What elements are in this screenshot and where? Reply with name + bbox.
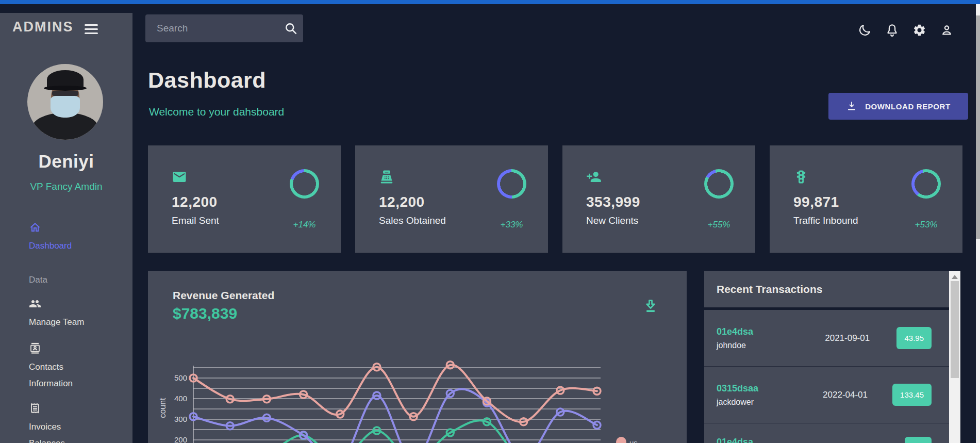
svg-text:200: 200 (174, 435, 187, 443)
download-report-button[interactable]: DOWNLOAD REPORT (828, 93, 968, 120)
transaction-amount-badge: 133.45 (892, 384, 932, 406)
receipt-icon (29, 402, 41, 415)
email-icon (172, 169, 187, 185)
person-icon (940, 23, 954, 37)
stat-increase: +14% (293, 220, 316, 230)
search-input[interactable] (145, 14, 277, 42)
sidebar-item-dashboard[interactable]: Dashboard (29, 221, 72, 254)
search-icon (284, 21, 298, 36)
page-subtitle: Welcome to your dahsboard (149, 106, 284, 118)
transaction-id: 01e4dsa (717, 326, 798, 337)
sidebar-item-manage-team[interactable]: Manage Team (29, 298, 84, 331)
progress-circle (497, 169, 526, 199)
search-bar (145, 14, 303, 42)
svg-text:400: 400 (174, 394, 187, 403)
stat-card-traffic-inbound: 99,871 Traffic Inbound +53% (770, 145, 962, 253)
transaction-row: 01e4dsa (704, 423, 949, 443)
sidebar-item-label: Contacts Information (29, 359, 104, 392)
stat-increase: +53% (915, 220, 938, 230)
person-add-icon (586, 169, 602, 185)
transaction-amount-badge: 43.95 (896, 327, 932, 349)
user-name: Deniyi (0, 151, 132, 172)
page-scrollbar-thumb[interactable] (976, 15, 980, 239)
home-icon (29, 221, 41, 234)
stat-label: Email Sent (172, 215, 219, 226)
settings-button[interactable] (910, 21, 928, 39)
sidebar-section-data: Data (29, 275, 47, 285)
progress-circle (704, 169, 734, 199)
revenue-title: Revenue Generated (173, 289, 274, 302)
point-of-sale-icon (379, 169, 394, 185)
sidebar-item-invoices[interactable]: Invoices Balances (29, 402, 86, 443)
revenue-amount: $783,839 (173, 305, 237, 322)
stat-label: Sales Obtained (379, 215, 446, 226)
progress-circle (911, 169, 941, 199)
progress-circle (290, 169, 319, 199)
dark-mode-button[interactable] (856, 21, 873, 39)
transactions-header: Recent Transactions (704, 271, 949, 310)
transaction-date: 2021-09-01 (798, 333, 896, 343)
stat-value: 353,999 (586, 194, 640, 210)
transaction-id: 01e4dsa (717, 437, 798, 443)
notifications-button[interactable] (883, 21, 901, 39)
stat-value: 99,871 (793, 194, 858, 210)
menu-toggle-button[interactable] (85, 24, 98, 36)
sidebar-item-label: Manage Team (29, 314, 84, 331)
sidebar-item-label: Invoices Balances (29, 419, 86, 443)
hamburger-icon (85, 24, 98, 26)
avatar (27, 64, 103, 140)
window-top-strip (0, 0, 980, 4)
transaction-user: jackdower (717, 398, 798, 407)
transaction-row: 01e4dsa johndoe 2021-09-01 43.95 (704, 310, 949, 367)
download-icon (642, 298, 659, 315)
transactions-title: Recent Transactions (717, 283, 822, 296)
page-title: Dashboard (148, 68, 266, 93)
scroll-up-arrow-icon[interactable] (952, 275, 958, 279)
profile-button[interactable] (938, 21, 955, 39)
sidebar-item-contacts[interactable]: Contacts Information (29, 342, 104, 392)
sidebar: ADMINS Deniyi VP Fancy Amdin Dashboard D… (0, 13, 132, 443)
download-icon (846, 101, 857, 112)
topbar-icons (856, 21, 955, 39)
svg-text:count: count (158, 398, 167, 418)
transaction-date: 2022-04-01 (798, 390, 892, 400)
svg-text:300: 300 (174, 415, 187, 423)
stat-card-new-clients: 353,999 New Clients +55% (562, 145, 755, 253)
svg-text:500: 500 (174, 373, 187, 382)
transaction-user: johndoe (717, 341, 798, 350)
stat-value: 12,200 (379, 194, 446, 210)
svg-text:us: us (629, 438, 638, 443)
moon-icon (858, 23, 872, 37)
stat-increase: +55% (708, 220, 730, 230)
download-report-label: DOWNLOAD REPORT (865, 102, 951, 111)
stat-card-email-sent: 12,200 Email Sent +14% (148, 145, 341, 253)
traffic-icon (793, 169, 809, 185)
transaction-amount-badge (905, 437, 932, 443)
gear-icon (912, 23, 926, 37)
contacts-icon (29, 342, 41, 354)
stat-card-sales-obtained: 12,200 Sales Obtained +33% (355, 145, 548, 253)
transactions-scrollbar[interactable] (949, 271, 960, 443)
sidebar-item-label: Dashboard (29, 238, 72, 254)
stat-value: 12,200 (172, 194, 219, 210)
transactions-scrollbar-thumb[interactable] (951, 281, 959, 378)
revenue-panel: 200300400500countus Revenue Generated $7… (148, 271, 687, 443)
search-button[interactable] (284, 21, 298, 36)
transactions-panel: Recent Transactions 01e4dsa johndoe 2021… (704, 271, 960, 443)
people-icon (29, 298, 41, 310)
bell-icon (885, 23, 899, 37)
stat-label: Traffic Inbound (793, 215, 858, 226)
stat-increase: +33% (501, 220, 523, 230)
transaction-row: 0315dsaa jackdower 2022-04-01 133.45 (704, 367, 949, 423)
stat-label: New Clients (586, 215, 640, 226)
brand-title: ADMINS (12, 19, 74, 35)
transaction-id: 0315dsaa (717, 383, 798, 394)
user-role: VP Fancy Amdin (0, 181, 132, 192)
page-scrollbar[interactable] (976, 4, 980, 443)
dashboard-app: ADMINS Deniyi VP Fancy Amdin Dashboard D… (0, 0, 980, 443)
chart-download-button[interactable] (642, 298, 659, 315)
